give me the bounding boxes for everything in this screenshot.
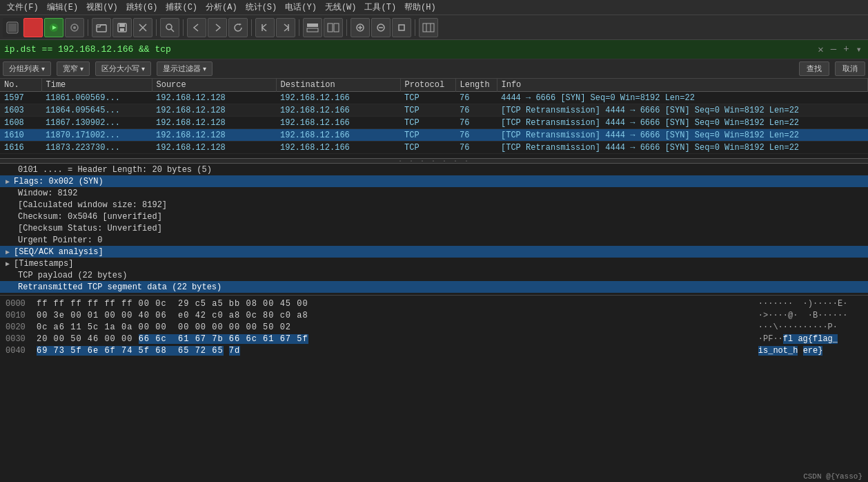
toolbar	[0, 15, 868, 40]
filter-close-icon[interactable]: ✕	[816, 44, 825, 55]
detail-text: Window: 8192	[18, 189, 77, 198]
detail-row[interactable]: Retransmitted TCP segment data (22 bytes…	[0, 281, 868, 293]
expand-icon[interactable]: ▶	[6, 177, 10, 186]
menu-view[interactable]: 视图(V)	[82, 1, 122, 14]
open-btn[interactable]	[92, 18, 111, 37]
pkt-width-btn[interactable]: 宽窄	[57, 61, 90, 76]
detail-row[interactable]: [Checksum Status: Unverified]	[0, 222, 868, 234]
cancel-button[interactable]: 取消	[835, 61, 865, 76]
detail-text: TCP payload (22 bytes)	[18, 271, 127, 280]
hex-row-2: 0020 0c a6 11 5c 1a 0a 00 00 00 00 00 00…	[6, 322, 862, 333]
toolbar-sep-6	[346, 19, 347, 36]
cols-btn[interactable]	[324, 18, 343, 37]
normal-size-btn[interactable]	[392, 18, 411, 37]
detail-row[interactable]: 0101 .... = Header Length: 20 bytes (5)	[0, 164, 868, 175]
pkt-case-btn[interactable]: 区分大小写	[95, 61, 151, 76]
hex-addr-4: 0040	[6, 346, 37, 356]
col-header-source[interactable]: Source	[152, 79, 276, 92]
close-btn[interactable]	[133, 18, 152, 37]
filter-plus-icon[interactable]: +	[841, 44, 851, 55]
branding: CSDN @{Yasso}	[798, 471, 868, 482]
expand-icon[interactable]: ▶	[6, 248, 10, 256]
hex-bytes-0: ff ff ff ff ff ff 00 0c 29 c5 a5 bb 08 0…	[37, 299, 727, 309]
pkt-filter-btn[interactable]: 显示过滤器	[157, 61, 213, 76]
table-row[interactable]: 1597 11861.060569... 192.168.12.128 192.…	[0, 92, 868, 104]
svg-rect-19	[328, 23, 333, 32]
col-header-dest[interactable]: Destination	[276, 79, 400, 92]
cell-proto: TCP	[400, 92, 455, 104]
detail-row[interactable]: TCP payload (22 bytes)	[0, 269, 868, 281]
menu-edit[interactable]: 编辑(E)	[43, 1, 83, 14]
detail-row[interactable]: Urgent Pointer: 0	[0, 234, 868, 246]
new-capture-btn[interactable]	[3, 18, 22, 37]
menu-help[interactable]: 帮助(H)	[400, 1, 440, 14]
nav-back-btn[interactable]	[255, 18, 275, 37]
detail-row[interactable]: [Calculated window size: 8192]	[0, 199, 868, 211]
table-row[interactable]: 1616 11873.223730... 192.168.12.128 192.…	[0, 142, 868, 154]
detail-row[interactable]: ▶[SEQ/ACK analysis]	[0, 246, 868, 258]
detail-text: Checksum: 0x5046 [unverified]	[18, 212, 162, 222]
detail-row[interactable]: Window: 8192	[0, 187, 868, 199]
cell-time: 11870.171002...	[41, 129, 152, 142]
cell-source: 192.168.12.128	[152, 129, 276, 142]
cell-length: 76	[455, 142, 497, 154]
resize-btn[interactable]	[419, 18, 438, 37]
cell-no: 1610	[0, 129, 41, 142]
col-header-time[interactable]: Time	[41, 79, 152, 92]
cell-length: 76	[455, 117, 497, 129]
col-header-no[interactable]: No.	[0, 79, 41, 92]
cell-proto: TCP	[400, 104, 455, 117]
filter-arrow-icon[interactable]: ▾	[854, 44, 864, 55]
svg-rect-7	[97, 25, 106, 32]
cell-info: [TCP Retransmission] 4444 → 6666 [SYN] S…	[497, 129, 868, 142]
menu-analyze[interactable]: 分析(A)	[201, 1, 241, 14]
forward-btn[interactable]	[208, 18, 227, 37]
table-row[interactable]: 1610 11870.171002... 192.168.12.128 192.…	[0, 129, 868, 142]
cell-proto: TCP	[400, 117, 455, 129]
menu-stats[interactable]: 统计(S)	[241, 1, 282, 14]
start-btn[interactable]	[44, 18, 63, 37]
search-button[interactable]: 查找	[799, 61, 829, 76]
table-row[interactable]: 1608 11867.130902... 192.168.12.128 192.…	[0, 117, 868, 129]
toolbar-sep-2	[156, 19, 157, 36]
menu-tools[interactable]: 工具(T)	[360, 1, 400, 14]
stop-btn[interactable]	[23, 18, 43, 37]
menu-wireless[interactable]: 无线(W)	[321, 1, 361, 14]
detail-row[interactable]: Checksum: 0x5046 [unverified]	[0, 211, 868, 222]
cell-info: 4444 → 6666 [SYN] Seq=0 Win=8192 Len=22	[497, 92, 868, 104]
cell-info: [TCP Retransmission] 4444 → 6666 [SYN] S…	[497, 142, 868, 154]
zoom-in-btn[interactable]	[351, 18, 370, 37]
expand-icon[interactable]: ▶	[6, 260, 10, 268]
detail-row[interactable]: ▶Flags: 0x002 (SYN)	[0, 175, 868, 187]
cell-proto: TCP	[400, 142, 455, 154]
zoom-out-btn[interactable]	[371, 18, 391, 37]
pkt-group-btn[interactable]: 分组列表	[3, 61, 51, 76]
hex-panel: 0000 ff ff ff ff ff ff 00 0c 29 c5 a5 bb…	[0, 295, 868, 367]
toolbar-sep-3	[183, 19, 184, 36]
col-header-proto[interactable]: Protocol	[400, 79, 455, 92]
col-header-info[interactable]: Info	[497, 79, 868, 92]
menu-capture[interactable]: 捕获(C)	[161, 1, 201, 14]
col-header-length[interactable]: Length	[455, 79, 497, 92]
hex-addr-2: 0020	[6, 322, 37, 332]
cell-source: 192.168.12.128	[152, 92, 276, 104]
detail-text: [Calculated window size: 8192]	[18, 200, 167, 210]
menu-jump[interactable]: 跳转(G)	[122, 1, 162, 14]
nav-fwd-btn[interactable]	[276, 18, 295, 37]
table-row[interactable]: 1603 11864.095645... 192.168.12.128 192.…	[0, 104, 868, 117]
filter-minus-icon[interactable]: —	[829, 44, 838, 55]
save-btn[interactable]	[112, 18, 132, 37]
detail-text: [SEQ/ACK analysis]	[14, 247, 103, 257]
settings-btn[interactable]	[65, 18, 84, 37]
filter-input[interactable]	[4, 44, 816, 55]
detail-row[interactable]: ▶[Timestamps]	[0, 258, 868, 269]
back-btn[interactable]	[187, 18, 206, 37]
panel-divider[interactable]: · · · · · · ·	[0, 158, 868, 164]
layout-btn[interactable]	[303, 18, 322, 37]
menu-phone[interactable]: 电话(Y)	[281, 1, 321, 14]
hex-addr-3: 0030	[6, 334, 37, 344]
reload-btn[interactable]	[228, 18, 248, 37]
menu-file[interactable]: 文件(F)	[3, 1, 43, 14]
hex-bytes-3: 20 00 50 46 00 00 66 6c 61 67 7b 66 6c 6…	[37, 334, 727, 344]
search-btn-toolbar[interactable]	[160, 18, 179, 37]
